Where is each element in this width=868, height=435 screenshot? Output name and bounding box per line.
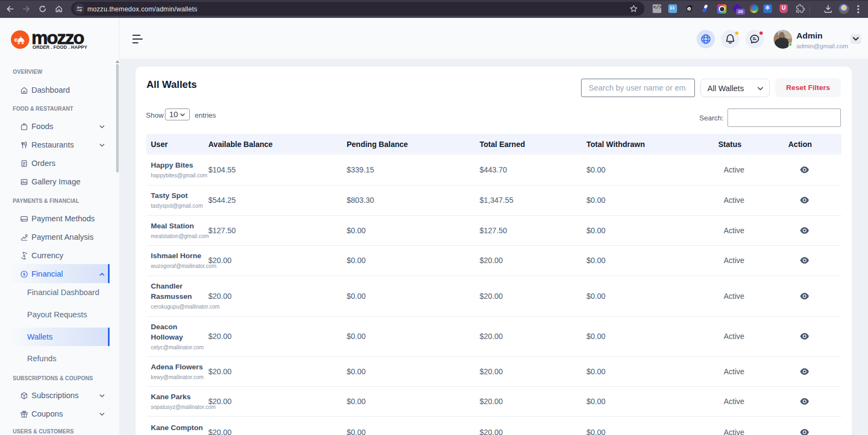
svg-text:$: $ <box>23 254 25 258</box>
svg-text:$: $ <box>23 272 25 277</box>
